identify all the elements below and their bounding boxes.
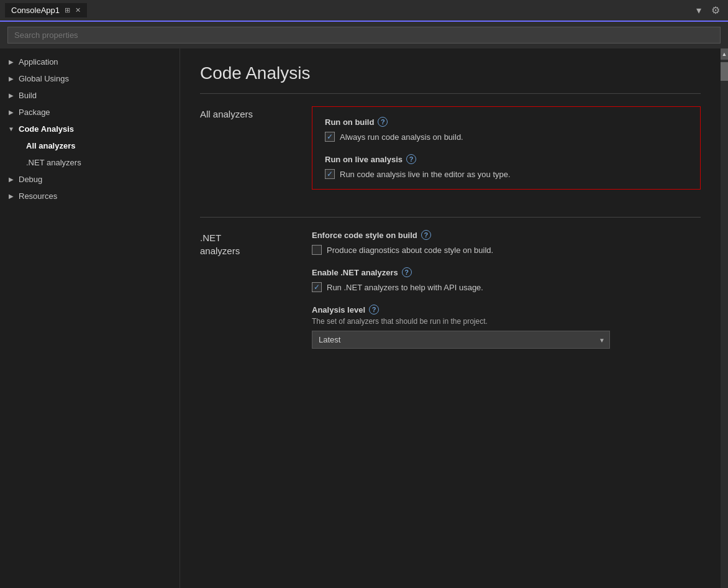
net-analyzers-content: Enforce code style on build ? Produce di…	[312, 230, 701, 349]
run-on-live-title: Run on live analysis ?	[325, 154, 688, 164]
chevron-down-icon: ▼	[7, 126, 15, 132]
enforce-code-style-label: Enforce code style on build	[312, 231, 417, 240]
all-analyzers-section: All analyzers Run on build ? Always run …	[200, 106, 701, 202]
enable-net-analyzers-checkbox-row: Run .NET analyzers to help with API usag…	[312, 282, 701, 292]
sidebar-item-label: Global Usings	[19, 74, 69, 83]
analysis-level-label-text: Analysis level	[312, 305, 365, 315]
sidebar-child-label: All analyzers	[26, 141, 76, 150]
run-on-build-help-icon[interactable]: ?	[378, 117, 388, 127]
pin-icon[interactable]: ⊞	[65, 6, 70, 14]
sidebar-item-label: Package	[19, 108, 50, 117]
chevron-right-icon: ▶	[7, 75, 15, 82]
analysis-level-title: Analysis level ?	[312, 305, 701, 315]
enable-net-analyzers-help-icon[interactable]: ?	[402, 267, 412, 277]
sidebar-item-global-usings[interactable]: ▶ Global Usings	[0, 70, 180, 87]
analysis-level-select[interactable]: Latest Preview 5.0 6.0 7.0 8.0	[312, 331, 610, 349]
divider-top	[200, 93, 701, 94]
run-on-live-group: Run on live analysis ? Run code analysis…	[325, 154, 688, 179]
run-on-build-title: Run on build ?	[325, 117, 688, 127]
content-area: Code Analysis All analyzers Run on build…	[180, 48, 721, 588]
search-bar	[0, 22, 728, 48]
analysis-level-help-icon[interactable]: ?	[369, 305, 379, 315]
enable-net-analyzers-checkbox[interactable]	[312, 282, 322, 292]
enforce-code-style-help-icon[interactable]: ?	[421, 230, 431, 240]
sidebar-item-label: Debug	[19, 175, 42, 184]
analysis-level-group: Analysis level ? The set of analyzers th…	[312, 305, 701, 349]
run-on-live-description: Run code analysis live in the editor as …	[340, 170, 511, 179]
scrollbar[interactable]: ▲	[721, 48, 728, 588]
sidebar-item-label: Build	[19, 91, 37, 100]
sidebar-child-label: .NET analyzers	[26, 158, 81, 167]
dropdown-icon[interactable]: ▾	[693, 3, 704, 17]
settings-icon[interactable]: ⚙	[708, 3, 723, 17]
run-on-build-description: Always run code analysis on build.	[340, 132, 463, 142]
run-on-build-label: Run on build	[325, 117, 374, 127]
enable-net-analyzers-description: Run .NET analyzers to help with API usag…	[327, 283, 483, 292]
enforce-code-style-group: Enforce code style on build ? Produce di…	[312, 230, 701, 255]
net-analyzers-section: .NET analyzers Enforce code style on bui…	[200, 230, 701, 349]
chevron-right-icon: ▶	[7, 193, 15, 200]
enable-net-analyzers-title: Enable .NET analyzers ?	[312, 267, 701, 277]
analysis-level-select-wrapper: Latest Preview 5.0 6.0 7.0 8.0 ▼	[312, 331, 610, 349]
sidebar-item-resources[interactable]: ▶ Resources	[0, 188, 180, 204]
analysis-level-description: The set of analyzers that should be run …	[312, 317, 701, 326]
title-bar-controls: ▾ ⚙	[693, 3, 723, 17]
enforce-code-style-description: Produce diagnostics about code style on …	[327, 246, 493, 255]
sidebar-item-label: Application	[19, 57, 58, 67]
tab-name: ConsoleApp1	[11, 6, 60, 15]
sidebar-item-all-analyzers[interactable]: All analyzers	[0, 137, 180, 154]
main-layout: ▶ Application ▶ Global Usings ▶ Build ▶ …	[0, 48, 728, 588]
enforce-code-style-title: Enforce code style on build ?	[312, 230, 701, 240]
chevron-right-icon: ▶	[7, 58, 15, 65]
sidebar-item-code-analysis[interactable]: ▼ Code Analysis	[0, 121, 180, 137]
sidebar-item-net-analyzers[interactable]: .NET analyzers	[0, 154, 180, 171]
all-analyzers-content: Run on build ? Always run code analysis …	[312, 106, 701, 202]
net-analyzers-label: .NET analyzers	[200, 230, 312, 349]
chevron-right-icon: ▶	[7, 176, 15, 183]
run-on-build-checkbox-row: Always run code analysis on build.	[325, 132, 688, 142]
run-on-build-checkbox[interactable]	[325, 132, 335, 142]
chevron-right-icon: ▶	[7, 109, 15, 116]
enable-net-analyzers-label: Enable .NET analyzers	[312, 268, 398, 277]
close-tab-icon[interactable]: ✕	[75, 6, 81, 14]
scroll-thumb[interactable]	[721, 62, 728, 81]
all-analyzers-label: All analyzers	[200, 106, 312, 202]
divider-middle	[200, 217, 701, 218]
sidebar-item-build[interactable]: ▶ Build	[0, 87, 180, 104]
enable-net-analyzers-group: Enable .NET analyzers ? Run .NET analyze…	[312, 267, 701, 292]
page-title: Code Analysis	[200, 63, 701, 83]
sidebar: ▶ Application ▶ Global Usings ▶ Build ▶ …	[0, 48, 180, 588]
chevron-right-icon: ▶	[7, 92, 15, 99]
run-on-live-checkbox-row: Run code analysis live in the editor as …	[325, 169, 688, 179]
run-on-live-checkbox[interactable]	[325, 169, 335, 179]
search-input[interactable]	[7, 27, 721, 44]
sidebar-item-label: Code Analysis	[19, 124, 74, 134]
enforce-code-style-checkbox-row: Produce diagnostics about code style on …	[312, 245, 701, 255]
sidebar-item-package[interactable]: ▶ Package	[0, 104, 180, 121]
sidebar-item-debug[interactable]: ▶ Debug	[0, 171, 180, 188]
run-on-live-help-icon[interactable]: ?	[406, 154, 416, 164]
sidebar-item-label: Resources	[19, 191, 57, 201]
run-on-build-group: Run on build ? Always run code analysis …	[325, 117, 688, 142]
analyzers-box: Run on build ? Always run code analysis …	[312, 106, 701, 190]
title-tab[interactable]: ConsoleApp1 ⊞ ✕	[5, 3, 87, 17]
run-on-live-label: Run on live analysis	[325, 155, 403, 164]
sidebar-item-application[interactable]: ▶ Application	[0, 53, 180, 70]
enforce-code-style-checkbox[interactable]	[312, 245, 322, 255]
title-bar: ConsoleApp1 ⊞ ✕ ▾ ⚙	[0, 0, 728, 22]
scroll-up-button[interactable]: ▲	[721, 48, 728, 60]
